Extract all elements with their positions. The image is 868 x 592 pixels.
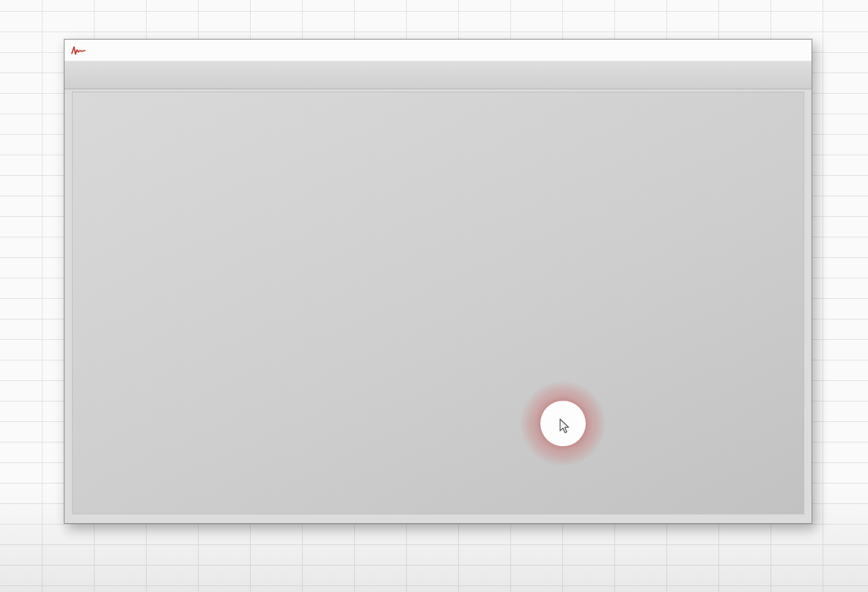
close-button[interactable]	[778, 40, 812, 61]
client-area	[65, 90, 812, 523]
app-icon	[70, 45, 87, 56]
window-controls	[710, 40, 812, 61]
minimize-button[interactable]	[710, 40, 744, 61]
toolbar	[65, 62, 812, 89]
app-window	[64, 39, 812, 524]
titlebar[interactable]	[65, 40, 812, 62]
desktop: { "window": { "title": "OpenRAMAN Spectr…	[0, 0, 868, 592]
chart-surface	[72, 92, 804, 514]
maximize-button	[744, 40, 778, 61]
